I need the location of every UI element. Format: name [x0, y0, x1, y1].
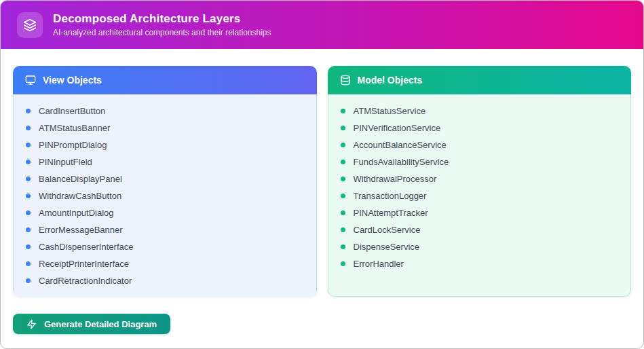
list-item: ATMStatusService [341, 103, 619, 120]
zap-icon [26, 319, 37, 329]
bullet-dot-icon [26, 194, 31, 198]
list-item-label: CardLockService [354, 225, 421, 235]
list-item: AccountBalanceService [341, 136, 619, 153]
list-item-label: CardInsertButton [39, 106, 105, 116]
bullet-dot-icon [341, 143, 345, 147]
view-objects-card: View Objects CardInsertButton ATMStatusB… [13, 66, 317, 297]
list-item: PINPromptDialog [26, 136, 304, 153]
bullet-dot-icon [26, 278, 31, 283]
list-item: PINVerificationService [341, 120, 619, 136]
generate-button-label: Generate Detailed Diagram [44, 319, 157, 329]
list-item-label: PINVerificationService [354, 123, 441, 133]
list-item-label: AccountBalanceService [354, 140, 447, 150]
list-item: ReceiptPrinterInterface [26, 255, 304, 272]
bullet-dot-icon [341, 244, 345, 249]
list-item-label: WithdrawalProcessor [354, 174, 437, 184]
list-item: WithdrawalProcessor [341, 170, 619, 187]
bullet-dot-icon [26, 109, 31, 113]
bullet-dot-icon [26, 126, 31, 130]
bullet-dot-icon [26, 143, 31, 147]
list-item: CashDispenserInterface [26, 238, 304, 255]
list-item: CardRetractionIndicator [26, 272, 304, 289]
bullet-dot-icon [26, 160, 31, 164]
list-item: CardInsertButton [26, 103, 304, 120]
list-item: ATMStatusBanner [26, 120, 304, 136]
list-item-label: ReceiptPrinterInterface [39, 259, 129, 269]
list-item-label: ErrorHandler [354, 259, 404, 269]
list-item: PINInputField [26, 153, 304, 170]
model-objects-title: Model Objects [358, 75, 423, 86]
database-icon [340, 75, 351, 86]
header-icon-box [17, 12, 43, 38]
footer-actions: Generate Detailed Diagram [1, 297, 643, 334]
list-item-label: DispenseService [354, 242, 420, 252]
list-item-label: CardRetractionIndicator [39, 276, 132, 286]
list-item-label: PINAttemptTracker [354, 208, 428, 218]
page-title: Decomposed Architecture Layers [53, 12, 271, 26]
decomposed-architecture-panel: Decomposed Architecture Layers AI-analyz… [0, 0, 644, 349]
monitor-icon [25, 75, 36, 86]
bullet-dot-icon [26, 261, 31, 266]
model-objects-header: Model Objects [328, 66, 632, 94]
bullet-dot-icon [341, 210, 345, 215]
bullet-dot-icon [26, 244, 31, 249]
list-item: DispenseService [341, 238, 619, 255]
bullet-dot-icon [26, 177, 31, 181]
bullet-dot-icon [341, 261, 345, 266]
list-item: PINAttemptTracker [341, 204, 619, 221]
list-item-label: CashDispenserInterface [39, 242, 133, 252]
list-item: CardLockService [341, 221, 619, 238]
list-item-label: PINInputField [39, 157, 92, 167]
list-item: BalanceDisplayPanel [26, 170, 304, 187]
list-item: ErrorHandler [341, 255, 619, 272]
layers-icon [23, 18, 37, 32]
panels-grid: View Objects CardInsertButton ATMStatusB… [1, 49, 643, 297]
list-item: ErrorMessageBanner [26, 221, 304, 238]
list-item: WithdrawCashButton [26, 187, 304, 204]
bullet-dot-icon [341, 177, 345, 181]
bullet-dot-icon [341, 160, 345, 164]
list-item-label: TransactionLogger [354, 191, 427, 201]
list-item-label: ATMStatusBanner [39, 123, 110, 133]
bullet-dot-icon [341, 227, 345, 232]
list-item: FundsAvailabilityService [341, 153, 619, 170]
view-objects-list: CardInsertButton ATMStatusBanner PINProm… [13, 94, 317, 297]
model-objects-list: ATMStatusService PINVerificationService … [328, 94, 632, 297]
list-item-label: WithdrawCashButton [39, 191, 121, 201]
model-objects-card: Model Objects ATMStatusService PINVerifi… [328, 66, 632, 297]
bullet-dot-icon [26, 210, 31, 215]
view-objects-title: View Objects [43, 75, 102, 86]
header-text: Decomposed Architecture Layers AI-analyz… [53, 12, 271, 37]
list-item-label: PINPromptDialog [39, 140, 107, 150]
bullet-dot-icon [341, 109, 345, 113]
page-subtitle: AI-analyzed architectural components and… [53, 28, 271, 37]
bullet-dot-icon [341, 194, 345, 198]
view-objects-header: View Objects [13, 66, 317, 94]
list-item: TransactionLogger [341, 187, 619, 204]
bullet-dot-icon [26, 227, 31, 232]
page-header: Decomposed Architecture Layers AI-analyz… [1, 1, 643, 49]
list-item-label: ErrorMessageBanner [39, 225, 123, 235]
list-item-label: ATMStatusService [354, 106, 426, 116]
list-item-label: BalanceDisplayPanel [39, 174, 122, 184]
list-item: AmountInputDialog [26, 204, 304, 221]
bullet-dot-icon [341, 126, 345, 130]
generate-detailed-diagram-button[interactable]: Generate Detailed Diagram [13, 314, 170, 334]
list-item-label: AmountInputDialog [39, 208, 114, 218]
list-item-label: FundsAvailabilityService [354, 157, 449, 167]
